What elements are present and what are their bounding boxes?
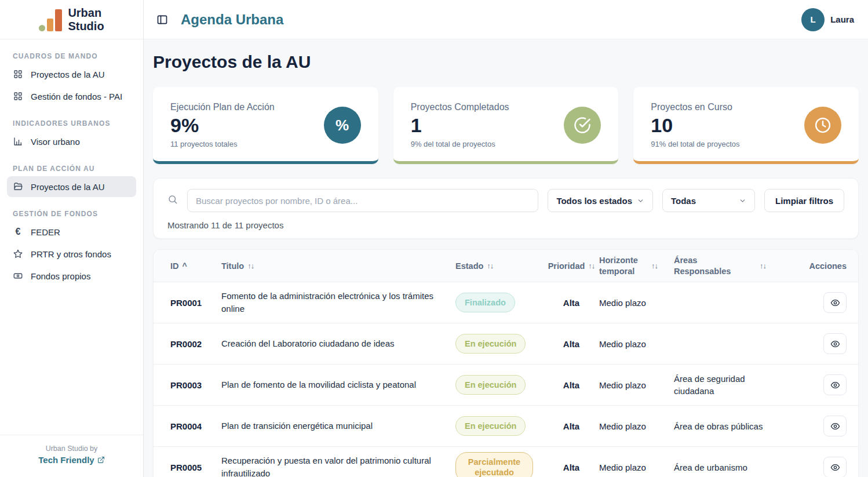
sort-icon: ↑↓ <box>588 261 595 270</box>
project-areas: Área de urbanismo <box>674 461 782 474</box>
sidebar-item-gestion-fondos-pai[interactable]: Gestión de fondos - PAI <box>7 86 136 107</box>
view-project-button[interactable] <box>823 416 847 436</box>
sort-icon: ↑↓ <box>247 261 254 270</box>
project-id: PR0005 <box>154 463 221 472</box>
logo-text: Urban Studio <box>68 6 104 33</box>
view-project-button[interactable] <box>823 292 847 313</box>
section-title: PLAN DE ACCIÓN AU <box>7 160 136 176</box>
view-project-button[interactable] <box>823 457 847 477</box>
project-id: PR0004 <box>154 421 221 431</box>
sidebar-item-label: PRTR y otros fondos <box>31 249 111 259</box>
table-body: PR0001 Fomento de la administración elec… <box>154 282 858 477</box>
sort-asc-icon: ^ <box>183 261 187 271</box>
status-badge: Finalizado <box>455 293 515 312</box>
project-horizon: Medio plazo <box>599 339 674 349</box>
table-header: ID ^ Titulo ↑↓ Estado ↑↓ <box>154 250 858 282</box>
results-count: Mostrando 11 de 11 proyectos <box>167 220 844 230</box>
stat-value: 1 <box>411 115 509 136</box>
app-root: Urban Studio CUADROS DE MANDO Proyectos … <box>0 0 868 477</box>
status-filter-select[interactable]: Todos los estados <box>548 189 653 212</box>
sidebar-item-label: Fondos propios <box>31 271 90 281</box>
view-project-button[interactable] <box>823 333 847 354</box>
projects-table: ID ^ Titulo ↑↓ Estado ↑↓ <box>153 249 859 477</box>
project-areas: Área de obras públicas <box>674 420 782 432</box>
project-title: Recuperación y puesta en valor del patri… <box>221 454 455 477</box>
sidebar-toggle-button[interactable] <box>154 12 170 28</box>
status-badge: En ejecución <box>455 416 526 436</box>
sort-icon: ↑↓ <box>651 261 658 270</box>
column-header-estado[interactable]: Estado ↑↓ <box>455 261 544 271</box>
project-status-cell: Finalizado <box>455 293 544 312</box>
stat-texts: Ejecución Plan de Acción 9% 11 proyectos… <box>170 102 275 148</box>
sidebar-item-prtr[interactable]: PRTR y otros fondos <box>7 243 136 264</box>
user-menu[interactable]: L Laura <box>801 8 854 31</box>
project-title: Fomento de la administración electrónica… <box>221 290 455 315</box>
sort-icon: ↑↓ <box>760 261 766 270</box>
project-id: PR0003 <box>154 380 221 390</box>
section-title: GESTIÓN DE FONDOS <box>7 205 136 221</box>
stat-label: Proyectos Completados <box>411 102 509 112</box>
tech-friendly-link[interactable]: Tech Friendly <box>38 455 104 465</box>
project-horizon: Medio plazo <box>599 421 674 431</box>
sidebar-footer: Urban Studio by Tech Friendly <box>0 435 143 477</box>
stat-card-ejecucion: Ejecución Plan de Acción 9% 11 proyectos… <box>153 87 378 164</box>
stat-sub: 9% del total de proyectos <box>411 140 509 148</box>
filter-row: Todos los estados Todas Limpiar filtros <box>167 189 844 212</box>
footer-byline: Urban Studio by <box>6 445 137 453</box>
chevron-down-icon <box>637 197 644 205</box>
sidebar-item-proyectos-au-dashboard[interactable]: Proyectos de la AU <box>7 64 136 85</box>
nav-section-indicadores: INDICADORES URBANOS Visor urbano <box>7 115 136 152</box>
column-header-prioridad[interactable]: Prioridad ↑↓ <box>544 261 599 271</box>
column-header-id[interactable]: ID ^ <box>154 261 221 271</box>
page-title: Proyectos de la AU <box>153 52 859 72</box>
sidebar-item-visor-urbano[interactable]: Visor urbano <box>7 131 136 152</box>
column-header-titulo[interactable]: Titulo ↑↓ <box>221 261 455 271</box>
eye-icon <box>830 298 840 308</box>
section-title: CUADROS DE MANDO <box>7 48 136 64</box>
banknote-icon <box>13 271 23 281</box>
project-id: PR0002 <box>154 339 221 349</box>
column-header-horizonte[interactable]: Horizonte temporal ↑↓ <box>599 255 674 277</box>
eye-icon <box>830 421 840 431</box>
sidebar-item-feder[interactable]: € FEDER <box>7 221 136 242</box>
sidebar-item-label: Proyectos de la AU <box>31 70 105 79</box>
logo: Urban Studio <box>0 0 143 39</box>
project-actions-cell <box>782 292 858 313</box>
sidebar-item-fondos-propios[interactable]: Fondos propios <box>7 265 136 286</box>
sort-icon: ↑↓ <box>487 261 493 270</box>
external-link-icon <box>97 456 105 464</box>
project-horizon: Medio plazo <box>599 380 674 390</box>
search-input[interactable] <box>187 189 538 212</box>
logo-dot <box>39 25 45 31</box>
status-badge: En ejecución <box>455 375 526 395</box>
user-name: Laura <box>830 14 854 24</box>
check-circle-icon <box>564 107 601 144</box>
clear-filters-button[interactable]: Limpiar filtros <box>764 189 844 212</box>
stat-texts: Proyectos Completados 1 9% del total de … <box>411 102 509 148</box>
project-priority: Alta <box>544 421 599 431</box>
project-actions-cell <box>782 374 858 395</box>
stat-sub: 91% del total de proyectos <box>651 140 739 148</box>
project-status-cell: En ejecución <box>455 334 544 354</box>
project-title: Plan de transición energética municipal <box>221 420 455 432</box>
project-id: PR0001 <box>154 298 221 308</box>
project-actions-cell <box>782 457 858 477</box>
column-header-areas[interactable]: Áreas Responsables ↑↓ <box>674 255 782 277</box>
project-status-cell: Parcialmente ejecutado <box>455 452 544 477</box>
nav-section-plan-accion: PLAN DE ACCIÓN AU Proyectos de la AU <box>7 160 136 197</box>
project-horizon: Medio plazo <box>599 298 674 308</box>
avatar[interactable]: L <box>801 8 825 31</box>
sidebar-nav: CUADROS DE MANDO Proyectos de la AU Gest… <box>0 39 143 435</box>
sidebar-item-proyectos-au-plan[interactable]: Proyectos de la AU <box>7 176 136 197</box>
sidebar-item-label: Proyectos de la AU <box>31 182 105 192</box>
view-project-button[interactable] <box>823 374 847 395</box>
section-title: INDICADORES URBANOS <box>7 115 136 131</box>
stat-label: Proyectos en Curso <box>651 102 739 112</box>
project-priority: Alta <box>544 380 599 390</box>
table-row: PR0003 Plan de fomento de la movilidad c… <box>154 365 858 406</box>
stat-card-en-curso: Proyectos en Curso 10 91% del total de p… <box>633 87 859 164</box>
area-filter-select[interactable]: Todas <box>662 189 755 212</box>
stats-row: Ejecución Plan de Acción 9% 11 proyectos… <box>153 87 859 164</box>
folder-icon <box>13 181 23 192</box>
sidebar-item-label: Visor urbano <box>31 137 80 147</box>
